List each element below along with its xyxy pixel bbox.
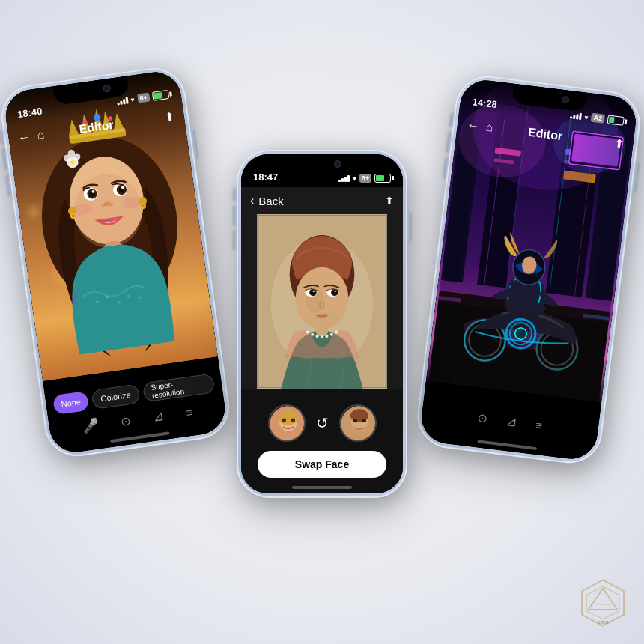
back-text-center[interactable]: Back xyxy=(258,195,283,207)
camera-right xyxy=(561,96,569,104)
phone-center-display: 18:47 ▾ 6+ xyxy=(241,154,403,493)
camera-center xyxy=(334,160,341,168)
signal-bar-1 xyxy=(117,103,119,105)
svg-text:.ORG: .ORG xyxy=(597,619,609,625)
time-left: 18:40 xyxy=(16,106,43,120)
volume-up-button-right[interactable] xyxy=(446,132,452,153)
back-icon-left[interactable]: ← xyxy=(16,129,32,146)
svg-point-56 xyxy=(330,333,333,336)
age-badge-center: 6+ xyxy=(359,174,371,183)
share-icon-center[interactable]: ⬆ xyxy=(385,195,394,207)
wifi-icon-right: ▾ xyxy=(584,112,589,121)
sliders-icon-right[interactable]: ≡ xyxy=(535,418,543,431)
mute-button-center[interactable] xyxy=(234,189,237,201)
battery-center xyxy=(374,174,391,183)
signal-bars-left xyxy=(116,97,128,106)
svg-marker-123 xyxy=(586,586,619,619)
nav-left-left: ← ⌂ xyxy=(16,127,45,146)
home-icon-left[interactable]: ⌂ xyxy=(36,128,45,142)
home-indicator-right xyxy=(477,440,537,450)
signal-bar-r4 xyxy=(579,113,582,120)
camera-left xyxy=(103,85,111,93)
signal-bar-r1 xyxy=(570,116,572,118)
face-avatar-2[interactable] xyxy=(339,404,377,442)
svg-point-76 xyxy=(282,419,286,422)
signal-bar-4 xyxy=(125,97,128,104)
volume-down-button-center[interactable] xyxy=(234,231,237,250)
toolbar-icons-right: ⊙ ⊿ ≡ xyxy=(477,409,544,433)
svg-point-75 xyxy=(279,410,298,425)
adjust-icon-right[interactable]: ⊿ xyxy=(505,413,518,431)
phone-left-display: 18:40 ▾ 6+ xyxy=(2,69,228,455)
status-icons-right: ▾ A2 xyxy=(570,110,624,126)
share-icon-right-btn[interactable]: ⬆ xyxy=(613,136,625,151)
svg-point-82 xyxy=(362,419,366,422)
home-indicator-left xyxy=(110,431,170,443)
svg-point-81 xyxy=(353,419,357,422)
phone-left-screen: 18:40 ▾ 6+ xyxy=(2,69,228,455)
power-button-right[interactable] xyxy=(632,162,639,192)
notch-center xyxy=(285,154,359,174)
face-icon-right[interactable]: ⊙ xyxy=(477,410,488,425)
swap-face-button[interactable]: Swap Face xyxy=(258,451,386,478)
nav-left-right: ← ⌂ xyxy=(466,117,494,136)
designers-org-logo: .ORG xyxy=(577,577,629,629)
svg-point-77 xyxy=(291,419,295,422)
signal-bars-center xyxy=(338,174,350,182)
signal-bars-right xyxy=(570,111,582,120)
adjust-icon[interactable]: ⊿ xyxy=(151,407,165,425)
mute-button-left[interactable] xyxy=(0,130,4,144)
battery-left xyxy=(152,90,169,101)
phone-center-screen: 18:47 ▾ 6+ xyxy=(241,154,403,493)
scene: 18:40 ▾ 6+ xyxy=(0,0,644,644)
svg-point-57 xyxy=(335,330,338,333)
phone-left: 18:40 ▾ 6+ xyxy=(0,64,234,461)
filter-colorize[interactable]: Colorize xyxy=(91,383,140,409)
back-arrow-center[interactable]: ‹ xyxy=(250,194,254,207)
filter-super-resolution[interactable]: Super-resolution xyxy=(142,373,215,402)
svg-point-55 xyxy=(325,335,328,338)
volume-down-button-right[interactable] xyxy=(443,157,449,178)
age-badge-right: A2 xyxy=(591,113,605,124)
home-indicator-center xyxy=(292,486,352,489)
swap-arrows-icon[interactable]: ↺ xyxy=(316,414,329,432)
signal-bar-c1 xyxy=(338,180,341,182)
volume-up-button-center[interactable] xyxy=(234,206,237,225)
signal-bar-2 xyxy=(120,101,123,105)
signal-bar-c4 xyxy=(347,175,350,182)
svg-point-72 xyxy=(304,311,340,329)
phone-center: 18:47 ▾ 6+ xyxy=(237,150,407,498)
home-icon-right[interactable]: ⌂ xyxy=(485,121,494,135)
sliders-icon[interactable]: ≡ xyxy=(185,405,193,419)
phone-right: 14:28 ▾ A2 xyxy=(413,73,643,467)
volume-up-button-left[interactable] xyxy=(3,149,9,170)
filter-none[interactable]: None xyxy=(52,391,89,415)
mute-button-right[interactable] xyxy=(450,113,455,127)
phone-right-display: 14:28 ▾ A2 xyxy=(419,77,639,461)
filter-pills: None Colorize Super-resolution xyxy=(45,372,222,416)
time-right: 14:28 xyxy=(472,96,498,110)
face-avatar-1[interactable] xyxy=(268,404,306,442)
back-icon-right[interactable]: ← xyxy=(466,117,481,134)
battery-fill-right xyxy=(609,117,615,124)
power-button-left[interactable] xyxy=(191,130,198,160)
svg-point-54 xyxy=(321,335,323,338)
volume-down-button-left[interactable] xyxy=(6,175,12,196)
signal-bar-c2 xyxy=(341,178,344,182)
nav-title-left: Editor xyxy=(79,118,115,136)
share-icon-left[interactable]: ⬆ xyxy=(165,109,176,124)
face-swap-bar: ↺ xyxy=(241,389,403,493)
nav-title-right: Editor xyxy=(527,126,563,143)
battery-fill-left xyxy=(154,92,162,99)
face-icon[interactable]: ⊙ xyxy=(120,413,132,429)
wifi-icon-center: ▾ xyxy=(353,174,356,183)
phone-right-screen: 14:28 ▾ A2 xyxy=(419,77,639,461)
face-avatars: ↺ xyxy=(268,404,377,442)
svg-point-51 xyxy=(306,330,309,333)
nav-bar-center: ‹ Back ⬆ xyxy=(241,187,403,214)
portrait-photo xyxy=(241,214,403,389)
mic-icon[interactable]: 🎤 xyxy=(81,416,100,435)
battery-fill-center xyxy=(376,175,384,181)
age-badge-left: 6+ xyxy=(137,93,151,103)
power-button-center[interactable] xyxy=(407,213,410,242)
